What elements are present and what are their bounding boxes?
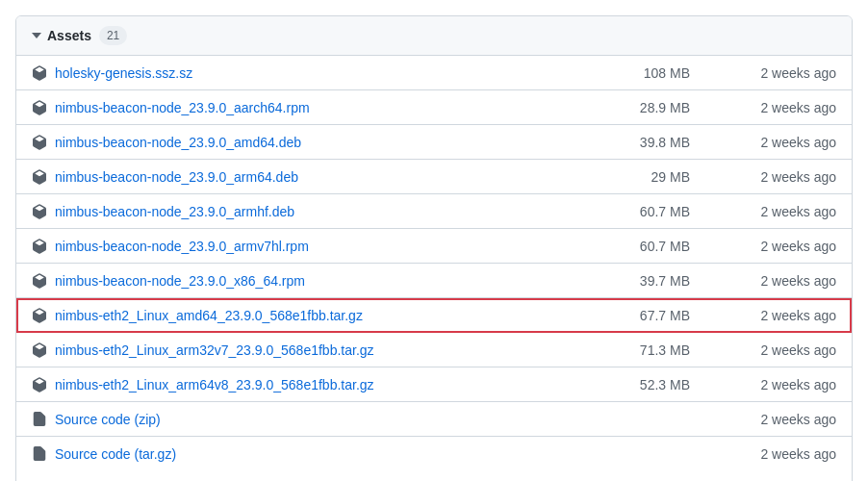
- binary-icon: [32, 135, 47, 150]
- assets-title: Assets: [47, 28, 91, 43]
- asset-row: nimbus-beacon-node_23.9.0_amd64.deb39.8 …: [16, 125, 852, 160]
- asset-size: 67.7 MB: [625, 308, 721, 323]
- asset-name-cell: nimbus-eth2_Linux_arm32v7_23.9.0_568e1fb…: [32, 342, 625, 358]
- asset-size: 60.7 MB: [625, 239, 721, 254]
- assets-header: Assets 21: [16, 16, 852, 56]
- asset-time: 2 weeks ago: [721, 169, 836, 185]
- asset-time: 2 weeks ago: [721, 342, 836, 358]
- asset-time: 2 weeks ago: [721, 204, 836, 219]
- asset-time: 2 weeks ago: [721, 100, 836, 115]
- asset-size: 28.9 MB: [625, 100, 721, 115]
- asset-row: nimbus-eth2_Linux_arm32v7_23.9.0_568e1fb…: [16, 333, 852, 367]
- asset-row: nimbus-beacon-node_23.9.0_armhf.deb60.7 …: [16, 194, 852, 229]
- asset-size: 71.3 MB: [625, 342, 721, 358]
- show-all-row: Show all 21 assets: [16, 471, 852, 481]
- asset-link[interactable]: nimbus-beacon-node_23.9.0_amd64.deb: [55, 135, 301, 150]
- assets-list: holesky-genesis.ssz.sz108 MB2 weeks ago …: [16, 56, 852, 471]
- assets-toggle[interactable]: Assets: [32, 28, 91, 43]
- asset-row: nimbus-beacon-node_23.9.0_arm64.deb29 MB…: [16, 160, 852, 194]
- asset-name-cell: nimbus-beacon-node_23.9.0_aarch64.rpm: [32, 100, 625, 115]
- asset-size: 29 MB: [625, 169, 721, 185]
- triangle-icon: [32, 33, 41, 38]
- asset-name-cell: nimbus-eth2_Linux_arm64v8_23.9.0_568e1fb…: [32, 377, 625, 392]
- asset-size: 39.7 MB: [625, 273, 721, 289]
- binary-icon: [32, 273, 47, 289]
- asset-time: 2 weeks ago: [721, 412, 836, 427]
- binary-icon: [32, 100, 47, 115]
- asset-link[interactable]: nimbus-beacon-node_23.9.0_aarch64.rpm: [55, 100, 310, 115]
- assets-section: Assets 21 holesky-genesis.ssz.sz108 MB2 …: [15, 15, 853, 481]
- asset-time: 2 weeks ago: [721, 135, 836, 150]
- asset-time: 2 weeks ago: [721, 273, 836, 289]
- asset-name-cell: Source code (tar.gz): [32, 446, 625, 462]
- assets-count-badge: 21: [99, 26, 127, 45]
- asset-time: 2 weeks ago: [721, 65, 836, 81]
- asset-size: 39.8 MB: [625, 135, 721, 150]
- asset-link[interactable]: nimbus-eth2_Linux_arm32v7_23.9.0_568e1fb…: [55, 342, 374, 358]
- asset-time: 2 weeks ago: [721, 446, 836, 462]
- asset-row: Source code (tar.gz)2 weeks ago: [16, 437, 852, 471]
- binary-icon: [32, 377, 47, 392]
- asset-size: 108 MB: [625, 65, 721, 81]
- asset-time: 2 weeks ago: [721, 377, 836, 392]
- binary-icon: [32, 308, 47, 323]
- asset-row: nimbus-eth2_Linux_amd64_23.9.0_568e1fbb.…: [16, 298, 852, 333]
- binary-icon: [32, 169, 47, 185]
- asset-row: nimbus-eth2_Linux_arm64v8_23.9.0_568e1fb…: [16, 367, 852, 402]
- asset-name-cell: nimbus-beacon-node_23.9.0_amd64.deb: [32, 135, 625, 150]
- asset-link[interactable]: nimbus-beacon-node_23.9.0_armhf.deb: [55, 204, 294, 219]
- asset-link[interactable]: nimbus-eth2_Linux_amd64_23.9.0_568e1fbb.…: [55, 308, 363, 323]
- asset-link[interactable]: nimbus-beacon-node_23.9.0_armv7hl.rpm: [55, 239, 309, 254]
- asset-link[interactable]: Source code (zip): [55, 412, 161, 427]
- asset-name-cell: nimbus-beacon-node_23.9.0_armhf.deb: [32, 204, 625, 219]
- asset-row: nimbus-beacon-node_23.9.0_aarch64.rpm28.…: [16, 90, 852, 125]
- asset-name-cell: nimbus-beacon-node_23.9.0_arm64.deb: [32, 169, 625, 185]
- asset-size: 60.7 MB: [625, 204, 721, 219]
- asset-name-cell: nimbus-beacon-node_23.9.0_armv7hl.rpm: [32, 239, 625, 254]
- asset-time: 2 weeks ago: [721, 239, 836, 254]
- asset-link[interactable]: nimbus-eth2_Linux_arm64v8_23.9.0_568e1fb…: [55, 377, 374, 392]
- binary-icon: [32, 342, 47, 358]
- source-icon: [32, 446, 47, 462]
- binary-icon: [32, 65, 47, 81]
- asset-row: Source code (zip)2 weeks ago: [16, 402, 852, 437]
- asset-name-cell: Source code (zip): [32, 412, 625, 427]
- asset-row: nimbus-beacon-node_23.9.0_x86_64.rpm39.7…: [16, 264, 852, 298]
- asset-link[interactable]: Source code (tar.gz): [55, 446, 176, 462]
- asset-row: holesky-genesis.ssz.sz108 MB2 weeks ago: [16, 56, 852, 90]
- asset-name-cell: nimbus-eth2_Linux_amd64_23.9.0_568e1fbb.…: [32, 308, 625, 323]
- asset-link[interactable]: nimbus-beacon-node_23.9.0_arm64.deb: [55, 169, 298, 185]
- binary-icon: [32, 239, 47, 254]
- asset-link[interactable]: nimbus-beacon-node_23.9.0_x86_64.rpm: [55, 273, 305, 289]
- asset-row: nimbus-beacon-node_23.9.0_armv7hl.rpm60.…: [16, 229, 852, 264]
- source-icon: [32, 412, 47, 427]
- binary-icon: [32, 204, 47, 219]
- asset-name-cell: holesky-genesis.ssz.sz: [32, 65, 625, 81]
- asset-name-cell: nimbus-beacon-node_23.9.0_x86_64.rpm: [32, 273, 625, 289]
- asset-time: 2 weeks ago: [721, 308, 836, 323]
- asset-link[interactable]: holesky-genesis.ssz.sz: [55, 65, 192, 81]
- asset-size: 52.3 MB: [625, 377, 721, 392]
